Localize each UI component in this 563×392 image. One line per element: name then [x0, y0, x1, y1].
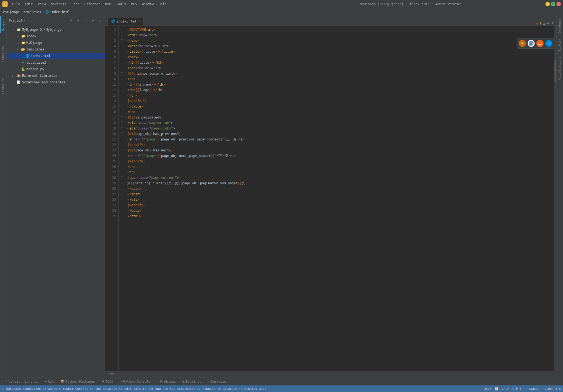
app-icon: 🐍 — [2, 1, 8, 7]
gutter-3[interactable]: ▾ — [119, 37, 125, 42]
gutter-31[interactable]: ▾ — [119, 190, 125, 196]
tree-item-index-html[interactable]: 🌐 index.html — [7, 53, 105, 59]
collapse-all-icon[interactable]: ≡ — [75, 18, 82, 24]
tree-item-mydejango[interactable]: ▾ 📁 MyDjango D:\MyDjango — [7, 26, 105, 33]
notifications-tab[interactable]: Notifications — [557, 54, 563, 83]
services-tab[interactable]: ⊙ Services — [205, 377, 230, 386]
python-packages-label: Python Packages — [65, 380, 95, 383]
tree-item-manage-py[interactable]: 🐍 manage.py — [7, 66, 105, 72]
fold-gutter: ▾ ▾ ▾ ▾ ▾ ▾ ▾ ▾ ▾ ▾ ▾ — [119, 26, 125, 371]
close-button[interactable]: ✕ — [556, 2, 561, 6]
gutter-23[interactable]: ▾ — [119, 146, 125, 152]
problems-tab[interactable]: ⚠ Problems — [154, 377, 179, 386]
tree-label: manage.py — [26, 67, 44, 71]
tree-item-external-libs[interactable]: ▸ 📚 External Libraries — [7, 72, 105, 79]
line-ending[interactable]: CRLF — [502, 387, 509, 391]
gutter-7 — [119, 59, 125, 64]
python-packages-tab[interactable]: 📦 Python Packages — [57, 377, 98, 386]
gutter-20[interactable]: ▾ — [119, 130, 125, 136]
code-line-6: <body> — [125, 54, 554, 60]
warning-icon: ⚠ 1 — [536, 22, 541, 25]
terminal-tab[interactable]: ▣ Terminal — [179, 377, 205, 386]
run-tab[interactable]: ▶ Run — [41, 377, 57, 386]
menu-vcs[interactable]: VCS — [129, 2, 139, 7]
menu-tools[interactable]: Tools — [114, 2, 128, 7]
gutter-11 — [119, 81, 125, 86]
gutter-17[interactable]: ▾ — [119, 114, 125, 119]
tree-item-mydjango-folder[interactable]: ▸ 📁 MyDjango — [7, 40, 105, 46]
gutter-18[interactable]: ▾ — [119, 119, 125, 125]
menu-edit[interactable]: Edit — [23, 2, 35, 7]
chrome-icon[interactable] — [528, 40, 535, 47]
sort-icon[interactable]: ⇅ — [83, 18, 89, 24]
cursor-position[interactable]: 35:8 — [484, 387, 492, 391]
sciview-tab[interactable]: SciView — [557, 36, 563, 54]
gutter-8[interactable]: ▾ — [119, 64, 125, 70]
ide-browser-icon[interactable]: ⊕ — [519, 40, 526, 47]
tree-item-templates-folder[interactable]: ▾ 📂 templates — [7, 46, 105, 53]
locate-file-icon[interactable]: ⊕ — [68, 18, 74, 24]
scroll-up-icon[interactable]: ▲ — [543, 21, 545, 26]
maximize-button[interactable]: □ — [551, 2, 555, 6]
menu-code[interactable]: Code — [69, 2, 82, 7]
menu-file[interactable]: File — [10, 2, 22, 7]
panel-options-icon[interactable]: ⋮ — [551, 21, 554, 26]
tab-filename: index.html — [117, 19, 136, 23]
menu-view[interactable]: View — [36, 2, 48, 7]
breadcrumb-project[interactable]: MyDjango — [3, 10, 19, 14]
code-line-2: <html lang="en"> — [125, 32, 554, 38]
tree-item-scratches[interactable]: 📝 Scratches and Consoles — [7, 79, 105, 86]
tree-arrow: ▸ — [16, 41, 20, 44]
breadcrumb: MyDjango › templates › 🌐 index.html — [0, 8, 563, 16]
gutter-19[interactable]: ▾ — [119, 125, 125, 130]
tab-close-button[interactable]: ✕ — [138, 19, 140, 23]
gutter-10[interactable]: ▾ — [119, 75, 125, 81]
tree-label: db.sqlite3 — [26, 61, 46, 64]
menu-refactor[interactable]: Refactor — [82, 2, 102, 7]
indent[interactable]: 4 spaces — [525, 387, 539, 391]
gutter-13 — [119, 92, 125, 97]
code-line-23: {% if page_obj.has_next %} — [125, 148, 554, 153]
gutter-35 — [119, 212, 125, 218]
tree-item-db[interactable]: 🗄 db.sqlite3 — [7, 59, 105, 66]
gutter-2[interactable]: ▾ — [119, 31, 125, 37]
menu-help[interactable]: Help — [156, 2, 169, 7]
gutter-28[interactable]: ▾ — [119, 174, 125, 179]
database-tab[interactable]: Database — [557, 16, 563, 36]
windows-icon: 🪟 — [495, 387, 498, 391]
breadcrumb-templates[interactable]: templates — [23, 10, 41, 14]
project-tab[interactable]: Project — [0, 16, 6, 33]
hide-panel-icon[interactable]: ✕ — [97, 18, 103, 24]
gutter-34 — [119, 207, 125, 212]
gutter-9[interactable]: ▾ — [119, 70, 125, 75]
settings-icon[interactable]: ⚙ — [90, 18, 96, 24]
editor-footer: html — [105, 371, 556, 377]
scroll-down-icon[interactable]: ▼ — [547, 21, 549, 26]
minimize-button[interactable]: ─ — [545, 2, 550, 6]
editor-tab-index-html[interactable]: 🌐 index.html ✕ — [108, 17, 144, 26]
edge-icon[interactable]: 🌐 — [545, 40, 552, 47]
tree-arrow: ▸ — [12, 74, 15, 77]
language[interactable]: Python 3.8 — [543, 387, 561, 391]
scrollbar-thumb[interactable] — [554, 60, 556, 82]
status-message[interactable]: Database connection parameters found: Co… — [6, 387, 482, 391]
code-line-16: <br> — [125, 109, 554, 115]
breadcrumb-file[interactable]: 🌐 index.html — [45, 10, 70, 14]
menu-navigate[interactable]: Navigate — [49, 2, 69, 7]
firefox-icon[interactable]: 🦊 — [536, 40, 544, 47]
problems-icon: ⚠ — [157, 380, 159, 383]
structure-tab[interactable]: Structure — [0, 76, 6, 97]
menu-window[interactable]: Window — [140, 2, 156, 7]
todo-tab[interactable]: ☰ TODO — [98, 377, 117, 386]
code-area[interactable]: <!DOCTYPE html> <html lang="en"> <head> … — [125, 26, 554, 371]
gutter-6[interactable]: ▾ — [119, 53, 125, 59]
tree-item-index-folder[interactable]: ▸ 📁 index — [7, 33, 105, 40]
menu-run[interactable]: Run — [103, 2, 113, 7]
version-control-tab[interactable]: ⑆ Version Control — [2, 377, 41, 386]
code-line-24: <a href="/?page={{ page_obj.next_page_nu… — [125, 153, 554, 159]
python-console-tab[interactable]: ⊙ Python Console — [117, 377, 154, 386]
editor-scrollbar[interactable] — [554, 26, 556, 371]
bookmarks-tab[interactable]: Bookmarks — [0, 44, 6, 65]
menu-bar: File Edit View Navigate Code Refactor Ru… — [10, 2, 276, 7]
encoding[interactable]: UTF-8 — [512, 387, 522, 391]
